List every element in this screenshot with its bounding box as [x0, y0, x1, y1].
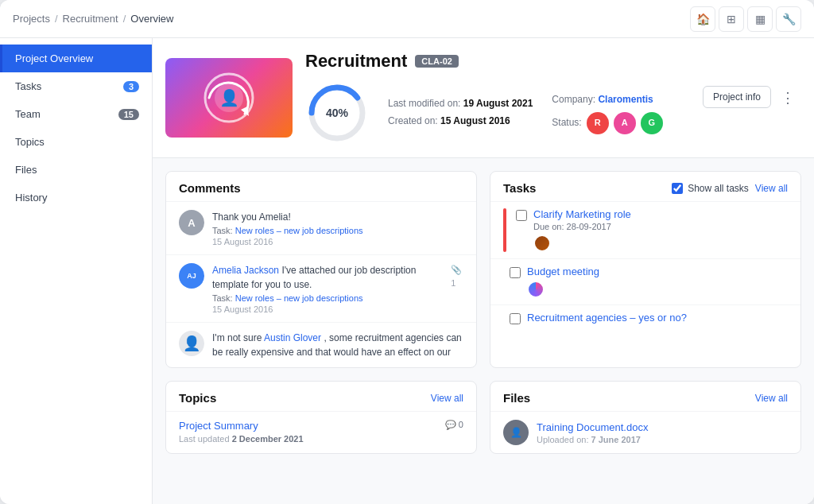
sidebar-label-files: Files [15, 164, 37, 176]
file-avatar: 👤 [503, 420, 529, 445]
comments-header: Comments [166, 172, 476, 201]
attach-icon: 📎1 [451, 263, 463, 289]
breadcrumb-projects[interactable]: Projects [13, 13, 50, 25]
more-options-button[interactable]: ⋮ [774, 86, 801, 110]
file-info: Training Document.docx Uploaded on: 7 Ju… [537, 421, 648, 444]
file-name-1[interactable]: Training Document.docx [537, 421, 648, 433]
main-content: 👤 Recruitment CLA-02 [153, 38, 814, 504]
files-view-all[interactable]: View all [755, 393, 788, 404]
project-actions: Project info ⋮ [703, 86, 801, 110]
comments-title: Comments [179, 181, 241, 195]
status-badge-r[interactable]: R [587, 112, 609, 134]
topics-section: Topics View all Project Summary 💬 0 Last… [165, 381, 477, 454]
comment-task-2: Task: New roles – new job descriptions [212, 293, 463, 303]
last-modified-date: 19 August 2021 [463, 98, 533, 109]
task-assignee-2 [527, 281, 788, 298]
comment-date-1: 15 August 2016 [212, 237, 463, 246]
project-tag: CLA-02 [415, 55, 459, 68]
tasks-section: Tasks Show all tasks View all [490, 171, 801, 368]
topic-row: Project Summary 💬 0 [179, 420, 463, 432]
comment-avatar-3: 👤 [179, 331, 204, 356]
topic-title-1[interactable]: Project Summary [179, 420, 258, 432]
comment-mention-link[interactable]: Austin Glover [264, 332, 321, 343]
breadcrumb-current: Overview [130, 13, 173, 25]
breadcrumb-recruitment[interactable]: Recruitment [63, 13, 118, 25]
comments-section: Comments A Thank you Amelia! Task: New r… [165, 171, 477, 368]
topic-item-1: Project Summary 💬 0 Last updated 2 Decem… [166, 411, 476, 452]
sidebar-item-tasks[interactable]: Tasks 3 [0, 72, 152, 100]
comment-text-1: Thank you Amelia! [212, 210, 463, 224]
company-link[interactable]: Claromentis [598, 94, 653, 105]
content-body: Comments A Thank you Amelia! Task: New r… [153, 158, 814, 467]
comment-2-content: Amelia Jackson I've attached our job des… [212, 263, 451, 292]
topics-header: Topics View all [166, 382, 476, 411]
comment-body-2: Amelia Jackson I've attached our job des… [212, 263, 463, 314]
status-badge-g[interactable]: G [641, 112, 663, 134]
project-title-row: Recruitment CLA-02 [305, 51, 690, 72]
comment-text-3: I'm not sure Austin Glover , some recrui… [212, 331, 463, 359]
comment-task-1: Task: New roles – new job descriptions [212, 226, 463, 235]
breadcrumb-sep1: / [55, 13, 58, 25]
task-priority-indicator [503, 208, 506, 252]
tasks-view-all[interactable]: View all [755, 183, 788, 194]
status-badge-a[interactable]: A [614, 112, 636, 134]
top-bar: Projects / Recruitment / Overview 🏠 ⊞ ▦ … [0, 0, 814, 38]
topic-comments-1: 💬 0 [445, 420, 463, 430]
task-title-2[interactable]: Budget meeting [527, 266, 599, 277]
sidebar-item-history[interactable]: History [0, 184, 152, 211]
show-all-checkbox[interactable] [672, 183, 683, 194]
task-content-3: Recruitment agencies – yes or no? [527, 312, 788, 324]
company-row: Company: Claromentis [552, 91, 662, 109]
sidebar-label-project-overview: Project Overview [15, 52, 93, 64]
project-info-button[interactable]: Project info [703, 86, 771, 108]
show-all-tasks: Show all tasks [672, 183, 749, 194]
comment-1-text: Thank you Amelia! [212, 211, 291, 223]
files-section: Files View all 👤 Training Document.docx … [490, 381, 801, 454]
home-icon: 🏠 [696, 13, 710, 25]
project-title: Recruitment [305, 51, 407, 72]
top-icon-group: 🏠 ⊞ ▦ 🔧 [690, 6, 801, 32]
topics-view-all[interactable]: View all [431, 393, 463, 404]
sidebar-item-team[interactable]: Team 15 [0, 100, 152, 128]
project-stats: 40% Last modified on: 19 August 2021 Cre… [305, 81, 690, 145]
grid-icon-button[interactable]: ⊞ [719, 6, 744, 32]
sidebar-item-topics[interactable]: Topics [0, 128, 152, 156]
tasks-controls: Show all tasks View all [672, 183, 788, 194]
sidebar-item-files[interactable]: Files [0, 156, 152, 184]
task-item-1: Clarify Marketing role Due on: 28-09-201… [490, 201, 800, 258]
sidebar: Project Overview Tasks 3 Team 15 Topics … [0, 38, 153, 504]
comment-item-3: 👤 I'm not sure Austin Glover , some recr… [166, 322, 476, 367]
progress-label: 40% [326, 107, 348, 119]
topic-last-updated: 2 December 2021 [232, 434, 304, 444]
banner-icon-container: 👤 [201, 70, 257, 126]
sidebar-item-project-overview[interactable]: Project Overview [0, 45, 152, 72]
progress-circle: 40% [305, 81, 369, 145]
table-icon: ▦ [755, 13, 766, 25]
comment-item-1: A Thank you Amelia! Task: New roles – ne… [166, 201, 476, 254]
file-upload-date: 7 June 2017 [591, 435, 641, 444]
settings-icon-button[interactable]: 🔧 [776, 6, 801, 32]
task-title-1[interactable]: Clarify Marketing role [533, 208, 631, 220]
sidebar-label-topics: Topics [15, 136, 45, 148]
comment-task-link-2[interactable]: New roles – new job descriptions [235, 293, 363, 303]
comment-task-link-1[interactable]: New roles – new job descriptions [235, 226, 363, 235]
company-status: Company: Claromentis Status: R A G [552, 91, 662, 134]
comment-2-author-link[interactable]: Amelia Jackson [212, 265, 279, 276]
created-date: 15 August 2016 [440, 115, 510, 126]
file-upload-1: Uploaded on: 7 June 2017 [537, 435, 648, 444]
comment-avatar-1: A [179, 210, 204, 235]
task-checkbox-2[interactable] [510, 267, 521, 278]
assignee-avatar-2 [527, 281, 545, 298]
task-due-1: Due on: 28-09-2017 [533, 222, 788, 231]
comment-text-2: Amelia Jackson I've attached our job des… [212, 263, 463, 292]
task-title-3[interactable]: Recruitment agencies – yes or no? [527, 312, 687, 324]
tasks-badge: 3 [123, 81, 139, 92]
file-item-1: 👤 Training Document.docx Uploaded on: 7 … [490, 411, 800, 453]
table-icon-button[interactable]: ▦ [747, 6, 773, 32]
person-icon-container: 👤 [215, 83, 243, 112]
meta-info: Last modified on: 19 August 2021 Created… [388, 95, 533, 130]
status-label: Status: [552, 114, 581, 132]
task-checkbox-1[interactable] [516, 210, 527, 221]
home-icon-button[interactable]: 🏠 [690, 6, 715, 32]
task-checkbox-3[interactable] [510, 313, 521, 324]
